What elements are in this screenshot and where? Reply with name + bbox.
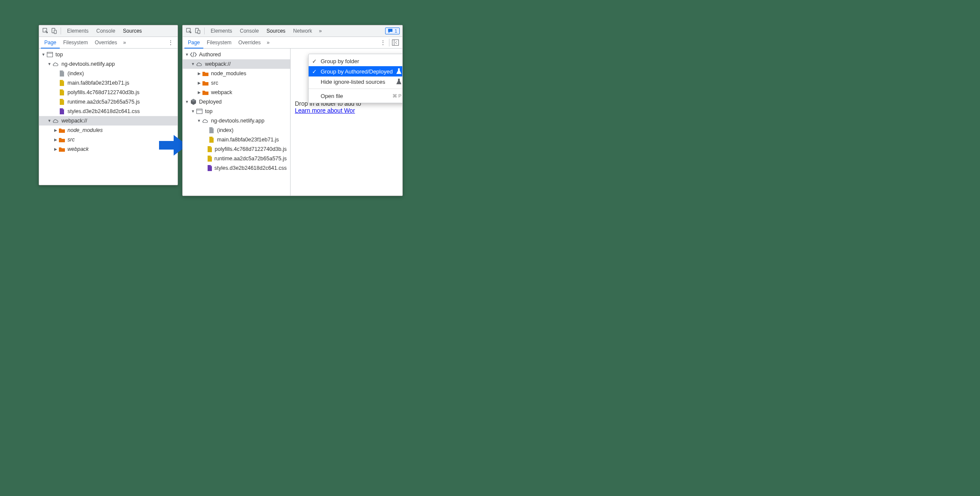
subtab-page[interactable]: Page	[184, 37, 203, 49]
tree-label: styles.d3e2b24618d2c641.css	[214, 164, 287, 173]
svg-rect-10	[197, 109, 202, 114]
expand-arrow-icon[interactable]	[196, 118, 202, 124]
tree-webpack[interactable]: webpack://	[183, 59, 290, 69]
tree-top[interactable]: top	[39, 50, 178, 59]
tree-file-js[interactable]: main.fa8bfa0e23f1eb71.js	[183, 135, 290, 144]
inspect-icon[interactable]	[42, 27, 49, 35]
chevron-double-right-icon[interactable]: »	[316, 28, 325, 34]
menu-hide-ignored[interactable]: ✓ Hide ignore-listed sources	[309, 77, 403, 87]
device-toggle-icon[interactable]	[50, 27, 58, 35]
tree-label: webpack://	[205, 60, 231, 69]
tree-file-css[interactable]: styles.d3e2b24618d2c641.css	[183, 163, 290, 173]
expand-arrow-icon[interactable]	[184, 99, 190, 105]
tab-sources[interactable]: Sources	[119, 25, 145, 37]
code-icon	[190, 52, 197, 57]
menu-label: Hide ignore-listed sources	[321, 79, 385, 85]
top-tabbar: Elements Console Sources	[39, 25, 178, 37]
flask-icon	[396, 79, 401, 85]
tree-folder[interactable]: webpack	[39, 144, 178, 154]
expand-arrow-icon[interactable]	[190, 108, 196, 115]
expand-arrow-icon[interactable]	[184, 52, 190, 58]
folder-icon	[58, 128, 66, 133]
expand-arrow-icon[interactable]	[53, 146, 58, 153]
tree-file-index[interactable]: (index)	[39, 69, 178, 78]
divider	[204, 28, 205, 34]
tree-domain[interactable]: ng-devtools.netlify.app	[39, 59, 178, 69]
subtab-filesystem[interactable]: Filesystem	[60, 37, 91, 49]
sources-subtabs: Page Filesystem Overrides » ⋮	[183, 37, 402, 49]
tree-label: (index)	[67, 69, 84, 78]
subtab-page[interactable]: Page	[41, 37, 60, 49]
chevron-double-right-icon[interactable]: »	[120, 40, 129, 46]
expand-arrow-icon[interactable]	[53, 137, 58, 143]
folder-icon	[202, 90, 209, 95]
expand-arrow-icon[interactable]	[196, 89, 202, 96]
tree-label: webpack	[211, 88, 232, 97]
expand-arrow-icon[interactable]	[196, 80, 202, 86]
tree-folder[interactable]: webpack	[183, 88, 290, 97]
js-file-icon	[58, 99, 66, 105]
tree-file-js[interactable]: polyfills.4c768d7122740d3b.js	[39, 88, 178, 97]
cloud-icon	[196, 61, 203, 67]
issues-badge[interactable]: 1	[385, 28, 400, 34]
folder-icon	[58, 147, 66, 152]
chevron-double-right-icon[interactable]: »	[264, 40, 272, 46]
tree-file-js[interactable]: runtime.aa2dc5a72b65a575.js	[39, 97, 178, 107]
menu-group-by-authored[interactable]: ✓ Group by Authored/Deployed	[309, 66, 403, 77]
tree-deployed[interactable]: Deployed	[183, 97, 290, 107]
expand-arrow-icon[interactable]	[47, 61, 52, 67]
tab-console[interactable]: Console	[236, 25, 262, 37]
expand-arrow-icon[interactable]	[47, 118, 52, 124]
subtab-filesystem[interactable]: Filesystem	[203, 37, 235, 49]
tab-elements[interactable]: Elements	[64, 25, 92, 37]
kebab-menu-icon[interactable]: ⋮	[165, 39, 176, 46]
tab-console[interactable]: Console	[93, 25, 119, 37]
device-toggle-icon[interactable]	[194, 27, 202, 35]
subtab-overrides[interactable]: Overrides	[235, 37, 264, 49]
tree-folder[interactable]: node_modules	[39, 126, 178, 135]
devtools-panel-after: Elements Console Sources Network » 1 Pag…	[182, 25, 403, 196]
expand-arrow-icon[interactable]	[53, 127, 58, 134]
workspace-learn-more-link[interactable]: Learn more about Wor	[295, 107, 355, 114]
tree-label: src	[67, 135, 75, 144]
tree-file-css[interactable]: styles.d3e2b24618d2c641.css	[39, 107, 178, 116]
tree-folder[interactable]: src	[183, 78, 290, 88]
tree-label: styles.d3e2b24618d2c641.css	[67, 107, 140, 116]
tree-webpack[interactable]: webpack://	[39, 116, 178, 126]
tree-folder[interactable]: src	[39, 135, 178, 144]
expand-arrow-icon[interactable]	[190, 61, 196, 67]
tree-authored[interactable]: Authored	[183, 50, 290, 59]
inspect-icon[interactable]	[185, 27, 193, 35]
toggle-sidebar-icon[interactable]	[390, 40, 401, 46]
kebab-menu-icon[interactable]: ⋮	[378, 39, 388, 46]
expand-arrow-icon[interactable]	[196, 70, 202, 77]
expand-arrow-icon[interactable]	[41, 52, 46, 58]
menu-group-by-folder[interactable]: ✓ Group by folder	[309, 56, 403, 66]
context-menu: ✓ Group by folder ✓ Group by Authored/De…	[308, 54, 403, 103]
divider	[389, 39, 389, 46]
js-file-icon	[207, 146, 213, 152]
tree-label: Deployed	[199, 98, 222, 107]
document-icon	[208, 127, 215, 133]
js-file-icon	[207, 156, 213, 162]
tab-network[interactable]: Network	[290, 25, 315, 37]
folder-icon	[202, 80, 209, 86]
tree-file-js[interactable]: polyfills.4c768d7122740d3b.js	[183, 144, 290, 154]
tab-elements[interactable]: Elements	[207, 25, 236, 37]
tree-label: (index)	[217, 126, 233, 135]
tree-file-js[interactable]: main.fa8bfa0e23f1eb71.js	[39, 78, 178, 88]
subtab-overrides[interactable]: Overrides	[91, 37, 120, 49]
menu-open-file[interactable]: ✓ Open file ⌘ P	[309, 91, 403, 101]
tree-label: node_modules	[211, 69, 246, 78]
tree-domain[interactable]: ng-devtools.netlify.app	[183, 116, 290, 126]
js-file-icon	[58, 80, 66, 86]
tree-label: main.fa8bfa0e23f1eb71.js	[217, 135, 279, 144]
tree-file-index[interactable]: (index)	[183, 126, 290, 135]
folder-icon	[202, 71, 209, 76]
tree-file-js[interactable]: runtime.aa2dc5a72b65a575.js	[183, 154, 290, 163]
tree-top[interactable]: top	[183, 107, 290, 116]
frame-icon	[46, 52, 54, 57]
tree-label: main.fa8bfa0e23f1eb71.js	[67, 79, 129, 88]
tab-sources[interactable]: Sources	[263, 25, 289, 37]
tree-folder[interactable]: node_modules	[183, 69, 290, 78]
